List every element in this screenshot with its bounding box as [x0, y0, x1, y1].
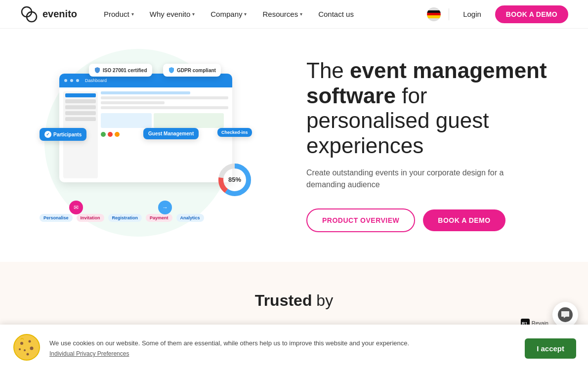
hero-headline: The event managementsoftware for persona… — [306, 58, 548, 158]
chevron-down-icon: ▾ — [131, 11, 134, 17]
svg-text:85%: 85% — [228, 176, 241, 183]
product-overview-button[interactable]: PRODUCT OVERVIEW — [306, 208, 415, 232]
hero-subtext: Create outstanding events in your corpor… — [306, 167, 544, 191]
navbar: evenito Product ▾ Why evenito ▾ Company … — [0, 0, 588, 29]
nav-right: Login BOOK A DEMO — [427, 5, 568, 23]
hero-section: ISO 27001 certified GDPR compliant Dashb… — [0, 29, 588, 262]
step1-badge: ✓ Participants — [40, 128, 86, 141]
svg-rect-5 — [427, 15, 441, 18]
nav-divider — [449, 8, 449, 20]
svg-point-19 — [29, 340, 31, 343]
nav-item-why-evenito[interactable]: Why evenito ▾ — [143, 6, 202, 22]
badge-analytics: Analytics — [176, 214, 204, 222]
email-icon: ✉ — [69, 201, 83, 214]
cookie-text: We use cookies on our website. Some of t… — [49, 338, 517, 359]
svg-point-22 — [19, 348, 21, 350]
message-icon — [560, 310, 570, 320]
shield-icon — [94, 67, 101, 74]
donut-chart: 85% — [217, 163, 252, 197]
book-demo-nav-button[interactable]: BOOK A DEMO — [495, 5, 568, 23]
chevron-down-icon: ▾ — [192, 11, 195, 17]
trusted-title: Trusted by — [30, 291, 558, 310]
hero-text: The event managementsoftware for persona… — [287, 58, 548, 232]
svg-point-17 — [14, 334, 40, 360]
checkedin-badge: Checked-ins — [217, 128, 252, 137]
chat-button[interactable] — [552, 302, 578, 328]
nav-links: Product ▾ Why evenito ▾ Company ▾ Resour… — [97, 6, 427, 22]
nav-item-company[interactable]: Company ▾ — [204, 6, 253, 22]
chevron-down-icon: ▾ — [244, 11, 247, 17]
logo-text: evenito — [42, 8, 77, 20]
logo-icon — [20, 5, 39, 24]
login-button[interactable]: Login — [457, 7, 487, 21]
gdpr-badge: GDPR compliant — [163, 64, 221, 77]
privacy-preferences-link[interactable]: Individual Privacy Preferences — [49, 349, 129, 358]
svg-rect-4 — [427, 13, 441, 15]
shield-icon — [168, 67, 175, 74]
arrow-icon: → — [158, 201, 172, 214]
hero-buttons: PRODUCT OVERVIEW BOOK A DEMO — [306, 208, 548, 232]
cookie-icon — [12, 332, 42, 362]
chat-icon — [558, 307, 573, 322]
hero-image: ISO 27001 certified GDPR compliant Dashb… — [30, 64, 287, 227]
svg-rect-3 — [427, 10, 441, 13]
badge-registration: Registration — [108, 214, 142, 222]
language-flag[interactable] — [427, 7, 441, 21]
nav-item-contact[interactable]: Contact us — [311, 6, 361, 22]
svg-point-20 — [24, 349, 26, 351]
step2-badge: Guest Management — [143, 128, 199, 139]
cookie-banner: We use cookies on our website. Some of t… — [0, 325, 588, 372]
chevron-down-icon: ▾ — [300, 11, 302, 17]
badge-invitation: Invitation — [77, 214, 104, 222]
iso-badge: ISO 27001 certified — [89, 64, 152, 77]
cookie-icon-wrap — [12, 332, 42, 364]
book-demo-hero-button[interactable]: BOOK A DEMO — [423, 209, 505, 231]
svg-point-18 — [20, 342, 23, 345]
logo[interactable]: evenito — [20, 5, 77, 24]
accept-cookies-button[interactable]: I accept — [525, 338, 576, 359]
badge-payment: Payment — [146, 214, 172, 222]
nav-item-product[interactable]: Product ▾ — [97, 6, 141, 22]
svg-point-23 — [27, 353, 29, 356]
nav-item-resources[interactable]: Resources ▾ — [255, 6, 309, 22]
svg-point-21 — [30, 347, 34, 350]
bottom-badges: Personalise Invitation Registration Paym… — [40, 214, 204, 222]
badge-personalise: Personalise — [40, 214, 73, 222]
